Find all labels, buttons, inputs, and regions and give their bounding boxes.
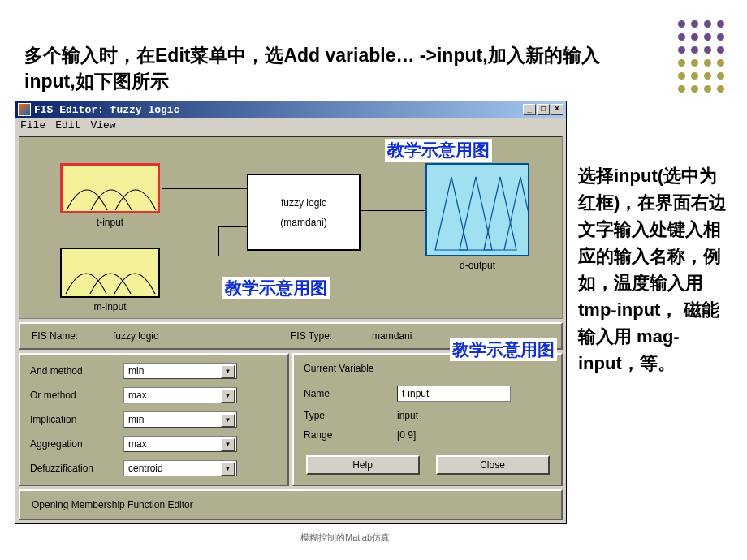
slide-decoration-dots [678, 20, 724, 93]
fis-editor-window: FIS Editor: fuzzy logic _ □ × File Edit … [15, 101, 567, 524]
system-block[interactable]: fuzzy logic (mamdani) [247, 174, 361, 251]
matlab-icon [18, 103, 31, 116]
close-window-button[interactable]: × [551, 104, 563, 115]
current-variable-panel: 教学示意用图 Current Variable Namet-input Type… [292, 353, 563, 486]
menubar: File Edit View [15, 118, 566, 133]
status-bar: Opening Membership Function Editor [19, 489, 563, 520]
methods-panel: And methodmin Or methodmax Implicationmi… [19, 353, 289, 486]
and-method-dropdown[interactable]: min [123, 363, 237, 379]
cv-type-label: Type [304, 410, 397, 421]
aggregation-label: Aggregation [30, 438, 123, 450]
watermark-3: 教学示意用图 [450, 338, 557, 361]
watermark-2: 教学示意用图 [222, 277, 330, 299]
fis-diagram-canvas: t-input m-input fuzzy logic (mamdani) [19, 136, 563, 319]
fis-name-label: FIS Name: [32, 330, 113, 342]
menu-file[interactable]: File [20, 119, 45, 131]
and-method-label: And method [30, 365, 123, 377]
or-method-dropdown[interactable]: max [123, 387, 237, 403]
implication-label: Implication [30, 414, 123, 425]
defuzz-dropdown[interactable]: centroid [123, 460, 237, 476]
current-variable-title: Current Variable [304, 363, 551, 374]
window-title: FIS Editor: fuzzy logic [34, 104, 179, 116]
system-type: (mamdani) [280, 217, 326, 228]
output-label: d-output [425, 260, 529, 271]
defuzz-label: Defuzzification [30, 463, 123, 474]
menu-edit[interactable]: Edit [55, 119, 80, 131]
intro-text: 多个输入时，在Edit菜单中，选Add variable… ->input,加入… [24, 42, 617, 94]
implication-dropdown[interactable]: min [123, 411, 237, 428]
input2-block[interactable]: m-input [60, 248, 160, 312]
output-block[interactable]: d-output [425, 163, 529, 271]
footer-caption: 模糊控制的Matlab仿真 [300, 532, 390, 544]
menu-view[interactable]: View [90, 119, 115, 131]
cv-range-label: Range [304, 429, 397, 441]
fis-type-label: FIS Type: [291, 330, 372, 342]
side-text: 选择input(选中为红框)，在界面右边文字输入处键入相应的输入名称，例如，温度… [578, 162, 728, 377]
help-button[interactable]: Help [306, 455, 420, 475]
maximize-button[interactable]: □ [537, 104, 550, 115]
fis-name-value: fuzzy logic [113, 330, 158, 342]
aggregation-dropdown[interactable]: max [123, 436, 237, 452]
window-titlebar[interactable]: FIS Editor: fuzzy logic _ □ × [15, 101, 566, 118]
cv-name-label: Name [304, 388, 397, 399]
input1-block[interactable]: t-input [60, 163, 160, 228]
input2-label: m-input [60, 301, 160, 312]
close-button[interactable]: Close [436, 455, 550, 475]
cv-name-input[interactable]: t-input [397, 386, 511, 402]
output-mf-box[interactable] [425, 163, 529, 256]
minimize-button[interactable]: _ [523, 104, 536, 115]
fis-type-value: mamdani [372, 330, 412, 342]
input2-mf-box[interactable] [60, 248, 160, 298]
input1-label: t-input [60, 217, 160, 228]
input1-mf-box[interactable] [60, 163, 160, 213]
or-method-label: Or method [30, 390, 123, 401]
cv-type-value: input [397, 410, 418, 421]
watermark-1: 教学示意用图 [385, 139, 492, 162]
cv-range-value: [0 9] [397, 429, 416, 441]
system-name: fuzzy logic [281, 197, 326, 209]
